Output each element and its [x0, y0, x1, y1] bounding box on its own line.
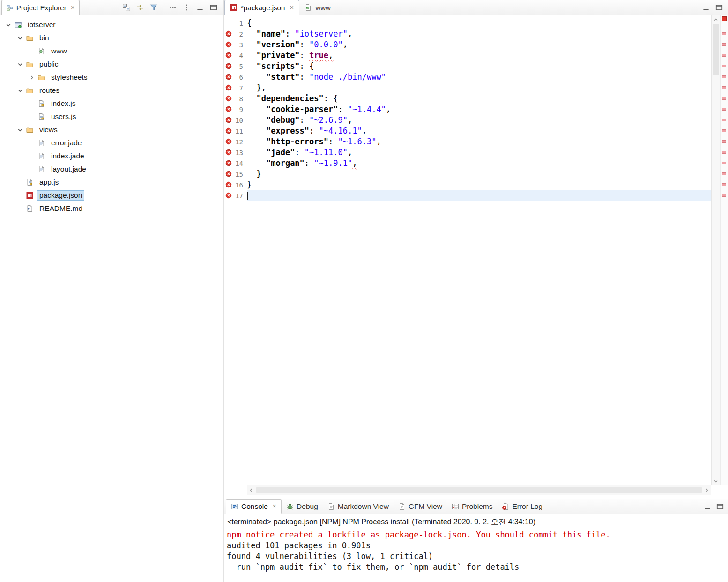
view-menu-icon[interactable]: [169, 3, 177, 12]
code-text[interactable]: }: [247, 179, 711, 190]
maximize-icon[interactable]: [715, 3, 723, 12]
code-text[interactable]: },: [247, 82, 711, 93]
editor-tab-www[interactable]: www: [299, 0, 336, 15]
error-marker-icon[interactable]: [224, 95, 233, 102]
tree-item-users-js[interactable]: users.js: [0, 110, 223, 123]
overview-error-mark[interactable]: [722, 119, 726, 121]
code-text[interactable]: [247, 190, 711, 201]
error-marker-icon[interactable]: [224, 160, 233, 167]
overview-error-mark[interactable]: [722, 129, 726, 132]
overview-error-mark[interactable]: [722, 183, 726, 186]
error-marker-icon[interactable]: [224, 181, 233, 188]
overflow-menu-icon[interactable]: [182, 3, 191, 12]
error-marker-icon[interactable]: [224, 138, 233, 145]
editor-console-sash[interactable]: [224, 495, 728, 499]
error-indicator[interactable]: [722, 16, 727, 21]
overview-error-mark[interactable]: [722, 43, 726, 46]
tree-item-www[interactable]: www: [0, 45, 223, 58]
chevron-down-icon[interactable]: [15, 127, 26, 134]
tree-item-routes[interactable]: routes: [0, 84, 223, 97]
code-text[interactable]: "scripts": {: [247, 61, 711, 72]
tree-item-package-json[interactable]: package.json: [0, 189, 223, 202]
error-marker-icon[interactable]: [224, 52, 233, 59]
tree-item-public[interactable]: public: [0, 58, 223, 71]
overview-error-mark[interactable]: [722, 65, 726, 67]
tree-item-iotserver[interactable]: iotserver: [0, 18, 223, 31]
console-tab-debug[interactable]: Debug: [282, 499, 323, 514]
code-text[interactable]: "name": "iotserver",: [247, 29, 711, 39]
code-text[interactable]: "http-errors": "~1.6.3",: [247, 136, 711, 147]
editor-text-area[interactable]: 1{2 "name": "iotserver",3 "version": "0.…: [224, 15, 711, 485]
overview-error-mark[interactable]: [722, 172, 726, 175]
maximize-icon[interactable]: [716, 502, 724, 511]
chevron-down-icon[interactable]: [15, 87, 26, 94]
overview-error-mark[interactable]: [722, 151, 726, 154]
overview-error-mark[interactable]: [722, 86, 726, 89]
console-tab-markdown-view[interactable]: Markdown View: [323, 499, 394, 514]
overview-error-mark[interactable]: [722, 194, 726, 197]
vertical-scroll-thumb[interactable]: [713, 24, 719, 75]
editor-tab-package-json[interactable]: *package.json✕: [224, 0, 299, 15]
code-text[interactable]: }: [247, 169, 711, 179]
overview-error-mark[interactable]: [722, 162, 726, 164]
close-icon[interactable]: ✕: [71, 5, 75, 11]
maximize-icon[interactable]: [209, 3, 218, 12]
overview-error-mark[interactable]: [722, 75, 726, 78]
code-text[interactable]: "start": "node ./bin/www": [247, 72, 711, 82]
error-marker-icon[interactable]: [224, 84, 233, 91]
tree-item-stylesheets[interactable]: stylesheets: [0, 71, 223, 84]
overview-error-mark[interactable]: [722, 140, 726, 143]
code-text[interactable]: "dependencies": {: [247, 93, 711, 104]
error-marker-icon[interactable]: [224, 41, 233, 48]
chevron-right-icon[interactable]: [26, 74, 37, 81]
filter-icon[interactable]: [149, 3, 158, 12]
overview-error-mark[interactable]: [722, 32, 726, 35]
horizontal-scrollbar[interactable]: [247, 485, 711, 495]
console-tab-console[interactable]: Console✕: [226, 499, 282, 514]
minimize-icon[interactable]: [702, 3, 710, 12]
collapse-all-icon[interactable]: [122, 3, 131, 12]
tree-item-bin[interactable]: bin: [0, 31, 223, 45]
code-text[interactable]: "private": true,: [247, 50, 711, 61]
vertical-scroll-track[interactable]: [712, 23, 720, 477]
project-explorer-tab[interactable]: Project Explorer ✕: [1, 0, 80, 15]
error-marker-icon[interactable]: [224, 192, 233, 199]
console-tab-gfm-view[interactable]: GFM View: [394, 499, 447, 514]
vertical-scrollbar[interactable]: [711, 15, 720, 485]
horizontal-scroll-thumb[interactable]: [256, 487, 702, 493]
close-icon[interactable]: ✕: [272, 503, 276, 509]
error-marker-icon[interactable]: [224, 117, 233, 124]
error-marker-icon[interactable]: [224, 30, 233, 37]
tree-item-readme-md[interactable]: README.md: [0, 202, 223, 215]
tree-item-app-js[interactable]: app.js: [0, 176, 223, 189]
tree-item-index-jade[interactable]: index.jade: [0, 149, 223, 163]
code-text[interactable]: {: [247, 18, 711, 29]
minimize-icon[interactable]: [703, 502, 712, 511]
scroll-up-icon[interactable]: [712, 15, 721, 23]
error-marker-icon[interactable]: [224, 127, 233, 134]
scroll-left-icon[interactable]: [247, 485, 255, 495]
minimize-icon[interactable]: [196, 3, 204, 12]
tree-item-error-jade[interactable]: error.jade: [0, 136, 223, 149]
error-marker-icon[interactable]: [224, 63, 233, 70]
error-marker-icon[interactable]: [224, 106, 233, 113]
scroll-right-icon[interactable]: [703, 485, 711, 495]
code-text[interactable]: "express": "~4.16.1",: [247, 126, 711, 136]
code-text[interactable]: "morgan": "~1.9.1",: [247, 158, 711, 169]
overview-error-mark[interactable]: [722, 54, 726, 57]
link-editor-icon[interactable]: [136, 3, 144, 12]
tree-item-index-js[interactable]: index.js: [0, 97, 223, 110]
code-text[interactable]: "version": "0.0.0",: [247, 39, 711, 50]
console-tab-problems[interactable]: Problems: [447, 499, 497, 514]
error-marker-icon[interactable]: [224, 74, 233, 81]
chevron-down-icon[interactable]: [15, 61, 26, 68]
chevron-down-icon[interactable]: [15, 35, 26, 42]
close-icon[interactable]: ✕: [290, 5, 294, 11]
overview-error-mark[interactable]: [722, 108, 726, 111]
scroll-down-icon[interactable]: [712, 477, 721, 485]
code-text[interactable]: "jade": "~1.11.0",: [247, 147, 711, 158]
tree-item-layout-jade[interactable]: layout.jade: [0, 163, 223, 176]
console-tab-error-log[interactable]: Error Log: [497, 499, 547, 514]
horizontal-scroll-track[interactable]: [255, 485, 703, 495]
overview-error-mark[interactable]: [722, 97, 726, 100]
